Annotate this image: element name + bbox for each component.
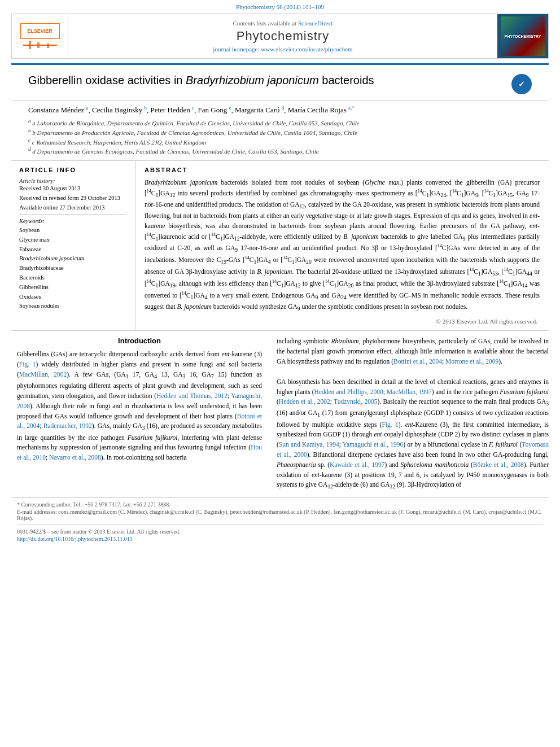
- doi-link[interactable]: http://dx.doi.org/10.1016/j.phytochem.20…: [17, 536, 543, 542]
- affiliation-b: b b Departamento de Producción Agrícola,…: [28, 128, 532, 136]
- affiliation-a: a a Laboratorio de Biorgánica, Departame…: [28, 118, 532, 126]
- svg-rect-0: [23, 45, 57, 46]
- keyword-bacteroids: Bacteroids: [19, 273, 127, 283]
- introduction-heading: Introduction: [17, 337, 262, 345]
- article-title: Gibberellin oxidase activities in Bradyr…: [28, 74, 505, 87]
- issn-note: 0031-9422/$ – see front matter © 2013 El…: [17, 528, 543, 535]
- elsevier-tree-icon: [23, 41, 57, 49]
- journal-header: ELSEVIER Contents lists available at Sci…: [11, 14, 549, 59]
- svg-rect-3: [47, 43, 49, 48]
- article-info-column: ARTICLE INFO Article history: Received 3…: [11, 161, 135, 331]
- svg-rect-2: [37, 42, 40, 48]
- article-title-section: Gibberellin oxidase activities in Bradyr…: [11, 65, 549, 101]
- affiliation-d: d d Departamento de Ciencias Ecológicas,…: [28, 146, 532, 155]
- journal-cover-image: PHYTOCHEMISTRY: [497, 14, 548, 58]
- body-right-column: including symbiotic Rhizobium, phytohorm…: [271, 337, 549, 491]
- body-left-column: Introduction Gibberellins (GAs) are tetr…: [11, 337, 271, 491]
- keyword-bradyrhizobiaceae: Bradyrhizobiaceae: [19, 264, 127, 273]
- keyword-glycine: Glycine max: [19, 235, 127, 245]
- info-divider: [19, 214, 127, 215]
- abstract-heading: ABSTRACT: [145, 167, 540, 173]
- publisher-logo-area: ELSEVIER: [12, 14, 68, 58]
- keyword-soybean: Soybean: [19, 226, 127, 235]
- article-info-heading: ARTICLE INFO: [19, 167, 127, 173]
- keyword-fabaceae: Fabaceae: [19, 245, 127, 255]
- keywords-label: Keywords:: [19, 218, 127, 224]
- history-label: Article history:: [19, 178, 127, 184]
- body-section: Introduction Gibberellins (GAs) are tetr…: [11, 331, 549, 491]
- footer-section: * Corresponding author. Tel.: +56 2 978 …: [11, 497, 549, 547]
- corresponding-author-note: * Corresponding author. Tel.: +56 2 978 …: [17, 501, 543, 508]
- journal-title: Phytochemistry: [237, 29, 329, 43]
- received-date: Received 30 August 2013: [19, 185, 127, 191]
- affiliation-c: c c Rothamsted Research, Harpenden, Hert…: [28, 137, 532, 146]
- journal-title-area: Contents lists available at ScienceDirec…: [68, 14, 497, 58]
- revised-date: Received in revised form 29 October 2013: [19, 195, 127, 201]
- phytochemistry-logo: PHYTOCHEMISTRY: [501, 16, 545, 56]
- authors-line: Constanza Méndez a, Cecilia Baginsky b, …: [28, 105, 532, 115]
- abstract-column: ABSTRACT Bradyrhizobium japonicum bacter…: [135, 161, 549, 331]
- copyright-line: © 2013 Elsevier Ltd. All rights reserved…: [145, 318, 540, 325]
- journal-homepage[interactable]: journal homepage: www.elsevier.com/locat…: [213, 46, 352, 53]
- sciencedirect-link[interactable]: Contents lists available at ScienceDirec…: [233, 20, 333, 27]
- keyword-oxidases: Oxidases: [19, 292, 127, 302]
- online-date: Available online 27 December 2013: [19, 204, 127, 211]
- keyword-bradyrhizobium: Bradyrhizobium japonicum: [19, 254, 127, 264]
- article-info-abstract-section: ARTICLE INFO Article history: Received 3…: [11, 161, 549, 331]
- footer-divider: [17, 525, 543, 525]
- keyword-gibberellins: Gibberellins: [19, 283, 127, 292]
- journal-reference: Phytochemistry 98 (2014) 101–109: [0, 0, 560, 11]
- elsevier-logo: ELSEVIER: [20, 23, 60, 39]
- intro-right-text: including symbiotic Rhizobium, phytohorm…: [277, 337, 549, 491]
- crossmark-badge[interactable]: ✓: [511, 74, 532, 94]
- abstract-text: Bradyrhizobium japonicum bacteroids isol…: [145, 178, 540, 314]
- intro-left-text: Gibberellins (GAs) are tetracyclic diter…: [17, 350, 262, 463]
- keyword-soybean-nodules: Soybean nodules: [19, 302, 127, 311]
- email-note: E-mail addresses: cons.mendez@gmail.com …: [17, 509, 543, 521]
- svg-rect-1: [29, 41, 31, 49]
- authors-section: Constanza Méndez a, Cecilia Baginsky b, …: [11, 101, 549, 161]
